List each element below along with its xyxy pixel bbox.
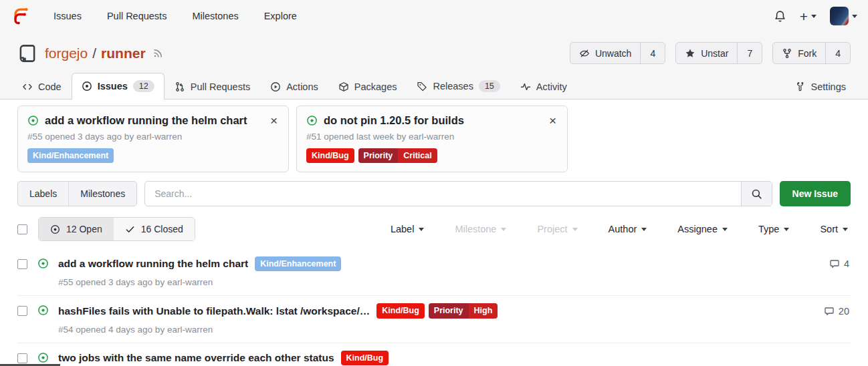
issue-open-icon	[37, 258, 49, 269]
issue-checkbox[interactable]	[17, 353, 27, 363]
pinned-issue-title[interactable]: do not pin 1.20.5 for builds	[324, 114, 542, 127]
notifications-bell-icon[interactable]	[774, 10, 786, 23]
search-button[interactable]	[741, 182, 772, 206]
tab-label: Activity	[536, 81, 567, 92]
create-new-menu[interactable]: +	[800, 9, 817, 23]
open-issues-filter[interactable]: 12 Open	[39, 218, 114, 240]
sort-filter-dropdown[interactable]: Sort	[820, 224, 848, 234]
issue-checkbox[interactable]	[17, 259, 27, 269]
chevron-down-icon	[419, 228, 424, 231]
type-filter-dropdown[interactable]: Type	[758, 224, 789, 234]
filter-row: 12 Open 16 Closed Label Milestone Projec…	[17, 217, 851, 241]
issue-title-link[interactable]: hashFiles fails with Unable to filepath.…	[58, 305, 370, 317]
tab-label: Releases	[433, 81, 473, 92]
tab-code[interactable]: Code	[12, 74, 72, 100]
package-icon	[338, 81, 349, 92]
nav-milestones[interactable]: Milestones	[192, 11, 238, 21]
issues-count-badge: 12	[133, 80, 154, 92]
close-icon[interactable]: ×	[269, 114, 279, 127]
new-issue-button[interactable]: New Issue	[780, 181, 851, 206]
issue-opened-icon	[50, 224, 60, 234]
issue-comments-count[interactable]: 20	[824, 306, 851, 317]
unstar-button[interactable]: Unstar 7	[675, 42, 762, 64]
unstar-label: Unstar	[701, 48, 728, 59]
tab-releases[interactable]: Releases 15	[407, 73, 510, 100]
plus-icon: +	[800, 9, 808, 23]
repo-action-buttons: Unwatch 4 Unstar 7	[570, 42, 851, 64]
issue-row: add a workflow running the helm chart Ki…	[17, 249, 851, 295]
issues-page-content: add a workflow running the helm chart × …	[0, 100, 868, 366]
dropdown-label: Sort	[820, 224, 838, 234]
rss-feed-icon[interactable]	[152, 47, 164, 59]
open-count-label: 12 Open	[66, 224, 102, 234]
user-menu[interactable]	[830, 7, 857, 25]
author-filter-dropdown[interactable]: Author	[609, 224, 647, 234]
tag-icon	[417, 81, 427, 92]
label-filter-dropdown[interactable]: Label	[391, 224, 424, 234]
issue-open-icon	[37, 352, 49, 363]
repo-tab-bar: Code Issues 12 Pull Requests Actions	[0, 72, 868, 100]
tab-settings[interactable]: Settings	[785, 74, 856, 100]
issue-comments-count[interactable]: 4	[829, 258, 851, 269]
releases-count-badge: 15	[479, 80, 500, 92]
fork-label: Fork	[798, 48, 817, 59]
pinned-issue-card[interactable]: add a workflow running the helm chart × …	[17, 106, 289, 172]
closed-issues-filter[interactable]: 16 Closed	[114, 218, 195, 240]
close-icon[interactable]: ×	[548, 114, 558, 127]
milestones-button[interactable]: Milestones	[68, 182, 136, 206]
issue-open-icon	[37, 305, 49, 316]
search-bar	[144, 181, 772, 206]
tab-issues[interactable]: Issues 12	[72, 73, 165, 100]
nav-pull-requests[interactable]: Pull Requests	[107, 11, 167, 21]
pinned-issue-title[interactable]: add a workflow running the helm chart	[45, 114, 263, 127]
search-input[interactable]	[145, 182, 740, 206]
unwatch-button[interactable]: Unwatch 4	[570, 42, 665, 64]
top-navbar: Issues Pull Requests Milestones Explore …	[0, 0, 868, 32]
forgejo-logo-icon[interactable]	[11, 6, 31, 26]
milestone-filter-dropdown[interactable]: Milestone	[455, 224, 506, 234]
watchers-count[interactable]: 4	[641, 43, 665, 63]
eye-off-icon	[579, 48, 590, 59]
project-filter-dropdown[interactable]: Project	[537, 224, 577, 234]
repo-header: forgejo / runner Unwatch 4	[0, 32, 868, 69]
issue-checkbox[interactable]	[17, 306, 27, 316]
play-circle-icon	[270, 81, 281, 92]
git-pull-request-icon	[175, 81, 185, 92]
issue-row: hashFiles fails with Unable to filepath.…	[17, 295, 851, 342]
assignee-filter-dropdown[interactable]: Assignee	[677, 224, 728, 234]
fork-button[interactable]: Fork 4	[772, 42, 851, 64]
navbar-right-group: +	[774, 7, 857, 25]
tab-activity[interactable]: Activity	[510, 74, 577, 100]
issue-title-link[interactable]: two jobs with the same name override eac…	[58, 352, 334, 364]
check-icon	[125, 224, 135, 234]
tab-label: Actions	[286, 81, 318, 92]
issue-label-scoped[interactable]: PriorityHigh	[429, 303, 498, 318]
fork-icon	[782, 48, 792, 59]
issue-label-scoped[interactable]: PriorityCritical	[358, 148, 437, 163]
tab-actions[interactable]: Actions	[260, 74, 328, 100]
stars-count[interactable]: 7	[738, 43, 762, 63]
tab-packages[interactable]: Packages	[328, 74, 407, 100]
issue-open-icon	[27, 115, 39, 126]
forks-count[interactable]: 4	[826, 43, 850, 63]
issue-labels: Kind/BugPriorityHigh	[376, 303, 498, 318]
issue-label[interactable]: Kind/Enhancement	[27, 148, 114, 163]
labels-button[interactable]: Labels	[18, 182, 68, 206]
dropdown-label: Assignee	[677, 224, 718, 234]
pinned-issue-card[interactable]: do not pin 1.20.5 for builds × #51 opene…	[296, 106, 568, 172]
select-all-checkbox[interactable]	[17, 224, 27, 234]
issue-opened-icon	[82, 81, 92, 92]
repository-icon	[17, 43, 37, 63]
tab-pull-requests[interactable]: Pull Requests	[165, 74, 260, 100]
nav-explore[interactable]: Explore	[264, 11, 297, 21]
issue-title-link[interactable]: add a workflow running the helm chart	[58, 258, 248, 270]
issue-label[interactable]: Kind/Bug	[376, 303, 425, 318]
repo-name-link[interactable]: runner	[101, 45, 146, 61]
issue-label[interactable]: Kind/Bug	[306, 148, 354, 163]
issue-label[interactable]: Kind/Enhancement	[255, 256, 341, 271]
tab-label: Packages	[354, 81, 397, 92]
issue-label[interactable]: Kind/Bug	[341, 351, 389, 365]
nav-issues[interactable]: Issues	[53, 11, 82, 21]
repo-owner-link[interactable]: forgejo	[45, 45, 88, 61]
chevron-down-icon	[843, 228, 848, 231]
